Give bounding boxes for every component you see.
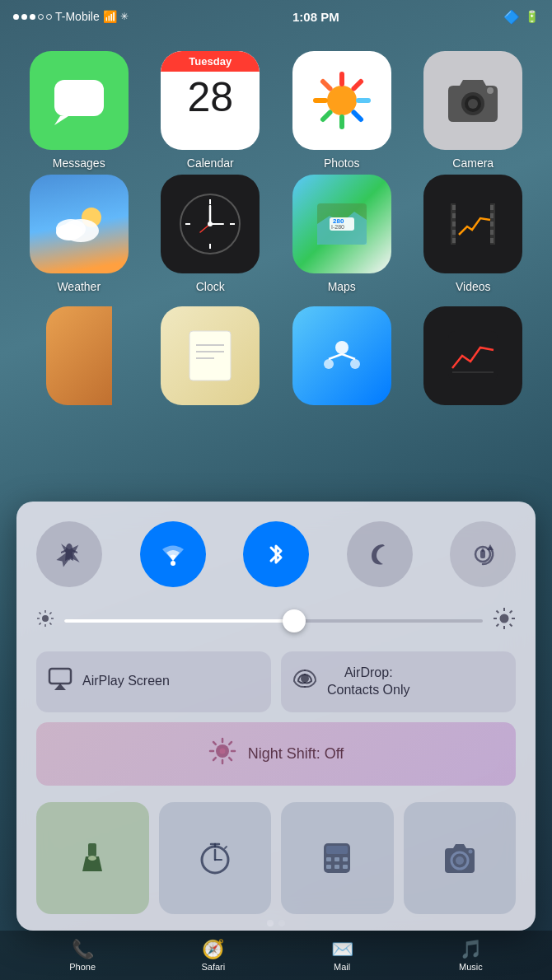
clock-icon (161, 175, 260, 273)
safari-dock-icon: 🧭 (202, 939, 224, 960)
svg-point-28 (208, 222, 213, 226)
svg-rect-92 (88, 843, 96, 856)
do-not-disturb-toggle[interactable] (347, 521, 413, 587)
maps-svg: 280 I-280 (313, 199, 371, 249)
svg-rect-104 (343, 857, 348, 861)
carrier-label: T-Mobile (55, 10, 100, 23)
control-center: AirPlay Screen AirDrop:Contacts Only (16, 502, 536, 931)
brightness-row (36, 607, 516, 635)
svg-line-69 (40, 623, 41, 625)
wifi-icon (158, 539, 188, 569)
camera-tool-icon (442, 840, 478, 876)
weather-label: Weather (57, 280, 101, 293)
toggle-row (36, 521, 516, 587)
calculator-icon (319, 840, 355, 876)
app-grid-row3-partial (0, 296, 552, 415)
svg-point-61 (42, 615, 49, 622)
svg-rect-45 (189, 331, 231, 380)
svg-line-53 (342, 354, 355, 359)
app-maps[interactable]: 280 I-280 Maps (276, 165, 408, 303)
notes-svg (181, 327, 239, 385)
calendar-icon: Tuesday 28 (161, 51, 260, 150)
svg-line-66 (40, 613, 41, 614)
airplay-button[interactable]: AirPlay Screen (36, 651, 271, 712)
wifi-icon: 📶 (103, 10, 117, 23)
brightness-slider[interactable] (64, 619, 483, 623)
dock-mail[interactable]: ✉️ Mail (331, 939, 353, 972)
app-clock[interactable]: Clock (145, 165, 277, 303)
svg-rect-38 (452, 230, 456, 235)
app-partial2[interactable] (145, 296, 277, 415)
airdrop-button[interactable]: AirDrop:Contacts Only (281, 651, 516, 712)
calendar-month: Tuesday (161, 51, 260, 72)
sun-small-icon (36, 609, 54, 628)
dock-safari[interactable]: 🧭 Safari (201, 939, 225, 972)
svg-rect-40 (490, 205, 494, 210)
app-partial3[interactable] (276, 296, 408, 415)
bluetooth-toggle[interactable] (243, 521, 309, 587)
tools-row (36, 802, 516, 915)
svg-line-89 (229, 742, 232, 744)
rotation-icon (470, 541, 496, 567)
svg-marker-1 (54, 116, 68, 125)
app-videos[interactable]: Videos (408, 165, 540, 303)
svg-line-88 (229, 758, 232, 760)
safari-dock-label: Safari (201, 962, 225, 972)
app-weather[interactable]: Weather (13, 165, 145, 303)
airdrop-svg (292, 666, 317, 691)
app-partial1[interactable] (13, 296, 145, 415)
svg-line-90 (213, 758, 216, 760)
airplane-mode-toggle[interactable] (36, 521, 102, 587)
dock-music[interactable]: 🎵 Music (459, 939, 483, 972)
photos-svg (309, 68, 375, 133)
music-dock-label: Music (459, 962, 483, 972)
brightness-thumb[interactable] (283, 609, 306, 632)
app-camera[interactable]: Camera (408, 41, 540, 180)
rotation-lock-toggle[interactable] (450, 521, 516, 587)
svg-line-7 (323, 82, 330, 89)
camera-shortcut-button[interactable] (404, 802, 517, 915)
videos-icon (423, 175, 522, 273)
brightness-max-icon (493, 607, 516, 635)
svg-rect-39 (452, 238, 456, 243)
svg-point-50 (324, 359, 334, 369)
svg-line-8 (353, 113, 361, 120)
calculator-button[interactable] (281, 802, 394, 915)
messages-icon (30, 51, 129, 150)
partial4-icon (423, 306, 522, 405)
svg-point-110 (468, 849, 472, 853)
bluetooth-status-icon: 🔷 (503, 9, 520, 25)
wifi-toggle[interactable] (140, 521, 206, 587)
svg-point-93 (88, 856, 96, 861)
svg-rect-43 (490, 230, 494, 235)
night-shift-button[interactable]: Night Shift: Off (36, 722, 516, 786)
camera-icon (423, 51, 522, 150)
app-messages[interactable]: Messages (13, 41, 145, 180)
status-left: T-Mobile 📶 ✳ (13, 10, 129, 23)
app-calendar[interactable]: Tuesday 28 Calendar (145, 41, 277, 180)
airplane-icon (54, 539, 84, 569)
app-photos[interactable]: Photos (276, 41, 408, 180)
app-partial4[interactable] (408, 296, 540, 415)
videos-label: Videos (456, 280, 491, 293)
weather-icon (30, 175, 129, 273)
svg-rect-41 (490, 213, 494, 218)
svg-point-56 (171, 561, 175, 566)
svg-point-14 (487, 87, 494, 94)
svg-line-99 (225, 847, 227, 848)
partial1-icon (46, 306, 112, 405)
maps-label: Maps (328, 280, 356, 293)
phone-dock-icon: 📞 (72, 939, 94, 960)
flashlight-button[interactable] (36, 802, 149, 915)
dock-phone[interactable]: 📞 Phone (69, 939, 96, 972)
brightness-fill (64, 619, 294, 623)
svg-line-77 (510, 610, 512, 613)
battery-icon: 🔋 (525, 10, 539, 23)
timer-button[interactable] (159, 802, 272, 915)
svg-point-51 (350, 359, 360, 369)
svg-line-68 (49, 613, 51, 614)
calendar-day: 28 (187, 72, 233, 120)
time-display: 1:08 PM (292, 10, 339, 24)
mail-dock-icon: ✉️ (331, 939, 353, 960)
partial2-icon (161, 306, 260, 405)
